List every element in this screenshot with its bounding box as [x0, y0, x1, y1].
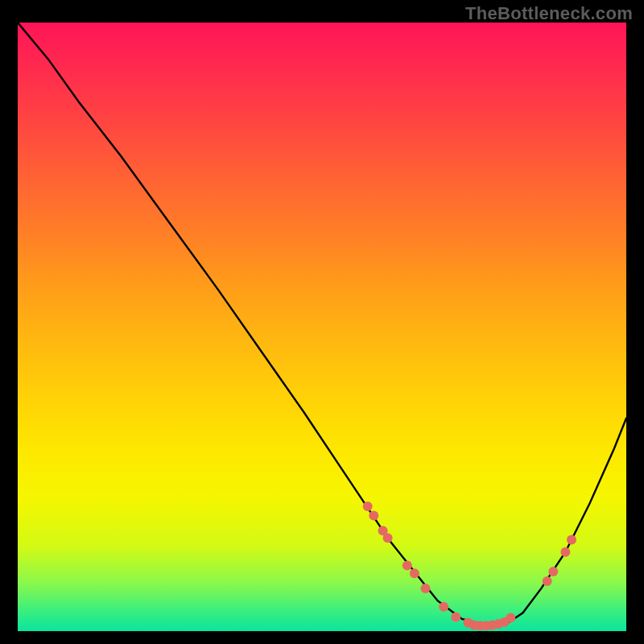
marker-dot [439, 602, 448, 612]
marker-dot [410, 568, 419, 578]
marker-dot [451, 613, 460, 622]
marker-dot [421, 584, 431, 593]
marker-dot [363, 502, 373, 511]
attribution-label: TheBottleneck.com [465, 3, 633, 24]
marker-dot [383, 533, 393, 543]
marker-dot [369, 510, 378, 520]
marker-dot [560, 547, 570, 557]
chart-stage: TheBottleneck.com [0, 0, 644, 644]
plot-area [18, 23, 626, 631]
marker-dot [506, 613, 515, 622]
marker-dot [548, 567, 558, 576]
marker-dot [402, 560, 412, 570]
bottleneck-curve [18, 23, 626, 625]
chart-svg [18, 23, 626, 631]
marker-dots-group [363, 502, 576, 630]
marker-dot [567, 535, 576, 545]
marker-dot [543, 576, 552, 586]
